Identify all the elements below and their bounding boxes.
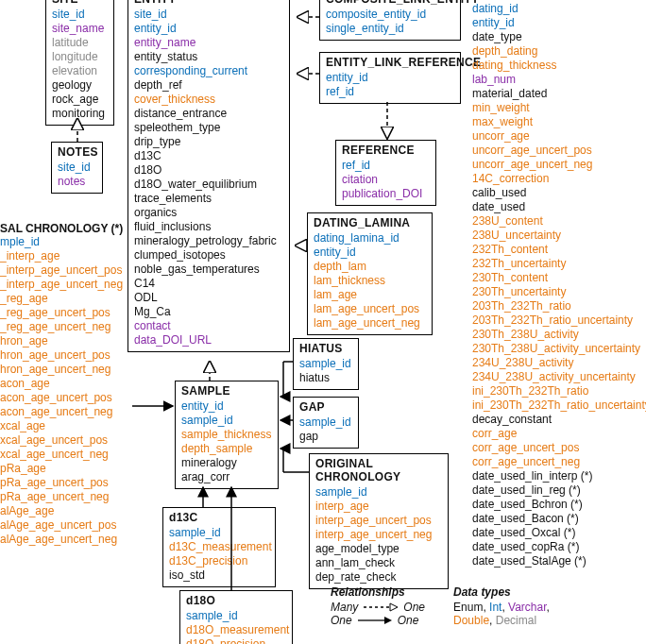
table-field: acon_age_uncert_pos [0,391,132,405]
table-field: publication_DOI [336,187,435,201]
table-field: organics [128,206,289,220]
table-field: interp_age_uncert_pos [310,514,448,528]
table-field: dep_rate_check [310,570,448,585]
table-field: interp_age_uncert_neg [310,528,448,542]
table-field: 238U_uncertainty [472,229,646,243]
table-field: speleothem_type [128,121,289,135]
table-field: elevation [46,64,113,78]
field-list: sample_idinterp_ageinterp_age_uncert_pos… [310,485,448,585]
table-field: d13C [128,149,289,163]
table-field: d18O_precision [180,637,292,644]
field-list: dating_lamina_identity_iddepth_lamlam_th… [308,231,432,330]
table-title: DATING_LAMINA [308,215,432,231]
table-field: data_DOI_URL [128,333,289,347]
table-field: contact [128,319,289,333]
field-list: ref_idcitationpublication_DOI [336,159,435,201]
table-field: mineralogy [176,456,278,470]
legend-dt-decimal: Decimal [496,614,536,627]
table-field: longitude [46,50,113,64]
table-field: dating_thickness [472,59,646,73]
table-title: ENTITY_LINK_REFERENCE [320,55,460,71]
arrow-one-one-icon [356,616,394,625]
table-field: site_name [46,22,113,36]
table-field: date_used_Bacon (*) [472,512,646,526]
legend: Relationships Many One One One Data type… [331,585,642,627]
table-field: arag_corr [176,470,278,484]
table-field: date_used [472,200,646,214]
field-list: dating_identity_iddate_typedepth_datingd… [472,2,646,568]
table-title: SITE [46,0,113,8]
table-field: ann_lam_check [310,556,448,570]
table-field: site_id [128,8,289,22]
table-field: ref_id [336,159,435,173]
table-field: interp_age [310,500,448,514]
legend-lbl-one: One [403,601,425,614]
table-field: lam_age_uncert_neg [308,316,432,330]
table-field: 232Th_uncertainty [472,257,646,271]
legend-dt-double: Double [453,614,489,627]
table-field: _reg_age [0,292,132,306]
table-title: ORIGINAL CHRONOLOGY [310,456,448,485]
table-field: sample_id [294,415,358,430]
legend-lbl-one-b: One [398,614,419,627]
legend-dt-row2: Double, Decimal [453,614,550,627]
table-field: decay_constant [472,413,646,427]
table-title: REFERENCE [336,143,435,159]
table-field: corr_age_uncert_pos [472,441,646,455]
field-list: sample_idhiatus [294,357,358,385]
table-field: trace_elements [128,192,289,206]
table-field: uncorr_age [472,129,646,144]
table-field: sample_id [180,609,292,623]
table-field: geology [46,78,113,93]
table-d18o: d18O sample_idd18O_measurementd18O_preci… [179,590,293,644]
table-field: age_model_type [310,542,448,556]
field-list: sample_idgap [294,415,358,444]
table-original-chronology: ORIGINAL CHRONOLOGY sample_idinterp_agei… [309,453,449,589]
table-field: date_used_lin_interp (*) [472,469,646,483]
table-field: sample_id [163,526,275,540]
table-field: 203Th_232Th_ratio [472,299,646,314]
table-field: hron_age_uncert_pos [0,348,132,363]
table-field: 238U_content [472,214,646,229]
table-field: ref_id [320,85,460,99]
table-field: xcal_age [0,419,132,433]
legend-many-one: Many One [331,601,425,614]
table-field: material_dated [472,87,646,101]
table-field: rock_age [46,93,113,107]
legend-one-one: One One [331,614,425,627]
legend-lbl-one-a: One [331,614,352,627]
table-field: lab_num [472,73,646,87]
table-field: _reg_age_uncert_pos [0,306,132,320]
table-field: site_id [46,8,113,22]
table-field: d13C_measurement [163,540,275,554]
table-title: d18O [180,593,292,609]
table-reference: REFERENCE ref_idcitationpublication_DOI [335,140,436,206]
table-title: GAP [294,399,358,415]
table-sample: SAMPLE entity_idsample_idsample_thicknes… [175,381,279,489]
field-list: site_idsite_namelatitudelongitudeelevati… [46,8,113,121]
table-field: site_id [52,161,102,175]
table-field: fluid_inclusions [128,220,289,234]
table-title: SAMPLE [176,383,278,399]
table-hiatus: HIATUS sample_idhiatus [293,338,359,390]
table-field: sample_thickness [176,428,278,442]
table-notes: NOTES site_idnotes [51,142,103,194]
legend-datatypes: Data types Enum, Int, Varchar, Double, D… [453,585,550,627]
table-field: min_weight [472,101,646,115]
legend-dt-enum: Enum [453,601,483,614]
table-title: COMPOSITE_LINK_ENTITY [320,0,460,8]
table-field: noble_gas_temperatures [128,263,289,277]
table-entity-link-reference: ENTITY_LINK_REFERENCE entity_idref_id [319,52,461,104]
table-field: date_used_copRa (*) [472,540,646,554]
table-field: date_used_Bchron (*) [472,498,646,512]
table-field: entity_id [176,399,278,414]
table-field: depth_lam [308,260,432,274]
table-field: dating_id [472,2,646,16]
table-field: 203Th_232Th_ratio_uncertainty [472,314,646,328]
table-title: NOTES [52,144,102,161]
table-field: pRa_age_uncert_neg [0,490,132,504]
col-sal-chronology: SAL CHRONOLOGY (*) mple_id_interp_age_in… [0,222,132,547]
table-field: cover_thickness [128,93,289,107]
table-field: ini_230Th_232Th_ratio_uncertainty [472,398,646,413]
legend-lbl-many: Many [331,601,358,614]
